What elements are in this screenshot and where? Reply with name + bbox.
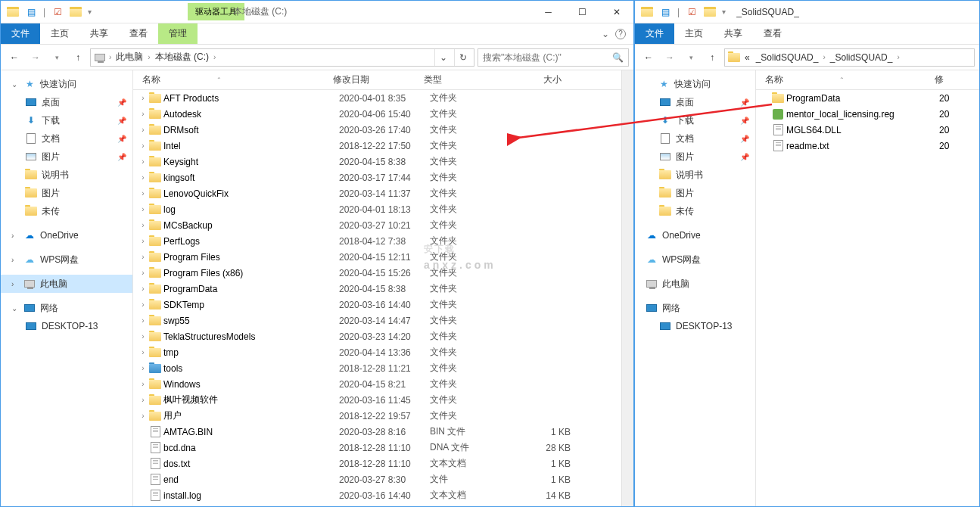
ribbon-expand-icon[interactable]: ⌄ ? xyxy=(594,23,633,44)
minimize-button[interactable]: ─ xyxy=(531,2,565,23)
qat-check-icon[interactable]: ☑ xyxy=(686,6,698,18)
address-bar[interactable]: › 此电脑 › 本地磁盘 (C:) › ⌄ ↻ xyxy=(90,48,474,67)
expand-icon[interactable]: › xyxy=(138,332,148,341)
sidebar-wps[interactable]: ☁WPS网盘 xyxy=(635,250,755,269)
expand-icon[interactable]: › xyxy=(138,380,148,388)
nav-history-button[interactable]: ▾ xyxy=(48,48,66,67)
sidebar-wps[interactable]: ›☁WPS网盘 xyxy=(1,250,132,269)
file-list[interactable]: ›AFT Products2020-04-01 8:35文件夹›Autodesk… xyxy=(133,90,621,506)
expand-icon[interactable]: › xyxy=(138,110,148,118)
expand-icon[interactable]: › xyxy=(138,396,148,404)
refresh-button[interactable]: ↻ xyxy=(454,49,471,66)
expand-icon[interactable]: › xyxy=(138,269,148,277)
expand-icon[interactable]: › xyxy=(138,316,148,325)
breadcrumb-overflow[interactable]: « xyxy=(743,52,751,63)
file-row[interactable]: ›SDKTemp2020-03-16 14:40文件夹 xyxy=(133,297,621,313)
file-row[interactable]: ›kingsoft2020-03-17 17:44文件夹 xyxy=(133,170,621,185)
crumb-sep[interactable]: › xyxy=(148,53,150,61)
file-row[interactable]: ›Program Files2020-04-15 12:11文件夹 xyxy=(133,249,621,265)
file-row[interactable]: ›TeklaStructuresModels2020-03-23 14:20文件… xyxy=(133,328,621,344)
file-row[interactable]: ›AFT Products2020-04-01 8:35文件夹 xyxy=(133,90,621,106)
crumb-sep[interactable]: › xyxy=(109,53,111,61)
file-row[interactable]: mentor_local_licensing.reg20 xyxy=(756,106,979,122)
file-row[interactable]: ›MCsBackup2020-03-27 10:21文件夹 xyxy=(133,217,621,233)
expand-icon[interactable]: › xyxy=(138,126,148,134)
file-row[interactable]: ›Keysight2020-04-15 8:38文件夹 xyxy=(133,154,621,170)
header-date[interactable]: 修改日期 xyxy=(328,73,419,86)
expand-icon[interactable]: › xyxy=(138,348,148,356)
file-row[interactable]: ›Intel2018-12-22 17:50文件夹 xyxy=(133,138,621,154)
file-row[interactable]: ›Autodesk2020-04-06 15:40文件夹 xyxy=(133,106,621,122)
nav-up-button[interactable]: ↑ xyxy=(703,48,721,67)
expand-icon[interactable]: › xyxy=(138,300,148,309)
expand-icon[interactable]: › xyxy=(138,364,148,372)
sidebar-pictures[interactable]: 图片📌 xyxy=(635,148,755,166)
file-row[interactable]: readme.txt20 xyxy=(756,138,979,154)
file-row[interactable]: ›log2020-04-01 18:13文件夹 xyxy=(133,201,621,217)
sidebar-network[interactable]: ⌄网络 xyxy=(1,299,132,317)
qat-icon[interactable]: ▤ xyxy=(659,6,671,18)
file-row[interactable]: ›tmp2020-04-14 13:36文件夹 xyxy=(133,344,621,360)
expand-icon[interactable]: › xyxy=(138,142,148,150)
file-row[interactable]: ›PerfLogs2018-04-12 7:38文件夹 xyxy=(133,233,621,249)
header-name[interactable]: 名称⌃ xyxy=(138,73,328,86)
file-row[interactable]: ›DRMsoft2020-03-26 17:40文件夹 xyxy=(133,122,621,138)
sidebar-thispc[interactable]: ›此电脑 xyxy=(1,275,132,293)
sidebar-downloads[interactable]: ⬇下载📌 xyxy=(1,111,132,129)
nav-forward-button[interactable]: → xyxy=(661,48,679,67)
search-input[interactable] xyxy=(483,52,612,63)
nav-forward-button[interactable]: → xyxy=(26,48,45,67)
file-row[interactable]: ›Windows2020-04-15 8:21文件夹 xyxy=(133,376,621,392)
file-row[interactable]: AMTAG.BIN2020-03-28 8:16BIN 文件1 KB xyxy=(133,424,621,440)
sidebar-item-manual[interactable]: 说明书 xyxy=(1,166,132,184)
file-row[interactable]: ›tools2018-12-28 11:21文件夹 xyxy=(133,360,621,376)
file-row[interactable]: ›枫叶视频软件2020-03-16 11:45文件夹 xyxy=(133,392,621,408)
ribbon-tab-share[interactable]: 共享 xyxy=(79,23,119,44)
sidebar-desktop-pc[interactable]: DESKTOP-13 xyxy=(635,317,755,335)
sidebar-item-untransferred[interactable]: 未传 xyxy=(1,202,132,220)
file-row[interactable]: ProgramData20 xyxy=(756,90,979,106)
breadcrumb-drive[interactable]: 本地磁盘 (C:) xyxy=(154,51,210,64)
sidebar-quick-access[interactable]: ★快速访问 xyxy=(635,75,755,93)
sidebar-desktop[interactable]: 桌面📌 xyxy=(1,93,132,111)
sidebar-item-untransferred[interactable]: 未传 xyxy=(635,202,755,220)
sidebar-desktop[interactable]: 桌面📌 xyxy=(635,93,755,111)
ribbon-tab-home[interactable]: 主页 xyxy=(40,23,79,44)
crumb-sep[interactable]: › xyxy=(823,53,825,61)
ribbon-tab-manage[interactable]: 管理 xyxy=(158,23,198,44)
sidebar-network[interactable]: 网络 xyxy=(635,299,755,317)
maximize-button[interactable]: ☐ xyxy=(565,2,599,23)
expand-icon[interactable]: › xyxy=(138,253,148,261)
address-bar[interactable]: « _SolidSQUAD_ › _SolidSQUAD_ › xyxy=(724,48,975,67)
file-row[interactable]: ›用户2018-12-22 19:57文件夹 xyxy=(133,408,621,424)
sidebar-documents[interactable]: 文档📌 xyxy=(1,129,132,148)
breadcrumb-thispc[interactable]: 此电脑 xyxy=(114,51,145,64)
ribbon-tab-file[interactable]: 文件 xyxy=(635,23,674,44)
breadcrumb-1[interactable]: _SolidSQUAD_ xyxy=(754,52,820,63)
qat-dropdown[interactable]: ▾ xyxy=(88,8,92,16)
file-row[interactable]: end2020-03-27 8:30文件1 KB xyxy=(133,471,621,487)
ribbon-tab-file[interactable]: 文件 xyxy=(1,23,40,44)
expand-icon[interactable]: › xyxy=(138,94,148,102)
expand-icon[interactable]: › xyxy=(138,237,148,245)
nav-back-button[interactable]: ← xyxy=(5,48,23,67)
qat-check-icon[interactable]: ☑ xyxy=(51,6,64,18)
file-row[interactable]: ›ProgramData2020-04-15 8:38文件夹 xyxy=(133,281,621,297)
breadcrumb-2[interactable]: _SolidSQUAD_ xyxy=(829,52,894,63)
file-row[interactable]: ›swp552020-03-14 14:47文件夹 xyxy=(133,313,621,328)
file-row[interactable]: ›LenovoQuickFix2020-03-14 11:37文件夹 xyxy=(133,185,621,201)
crumb-sep[interactable]: › xyxy=(213,53,216,61)
file-row[interactable]: install.log2020-03-16 14:40文本文档14 KB xyxy=(133,487,621,503)
ribbon-tab-view[interactable]: 查看 xyxy=(753,23,792,44)
file-row[interactable]: dos.txt2018-12-28 11:10文本文档1 KB xyxy=(133,456,621,471)
file-row[interactable]: MGLS64.DLL20 xyxy=(756,122,979,138)
qat-folder-icon[interactable] xyxy=(70,6,82,18)
sidebar-onedrive[interactable]: ☁OneDrive xyxy=(635,226,755,244)
sidebar-thispc[interactable]: 此电脑 xyxy=(635,275,755,293)
expand-icon[interactable]: › xyxy=(138,221,148,229)
nav-up-button[interactable]: ↑ xyxy=(69,48,87,67)
close-button[interactable]: ✕ xyxy=(599,2,633,23)
qat-icon[interactable]: ▤ xyxy=(25,6,37,18)
qat-dropdown[interactable]: ▾ xyxy=(722,8,726,16)
scrollbar[interactable] xyxy=(621,70,633,506)
